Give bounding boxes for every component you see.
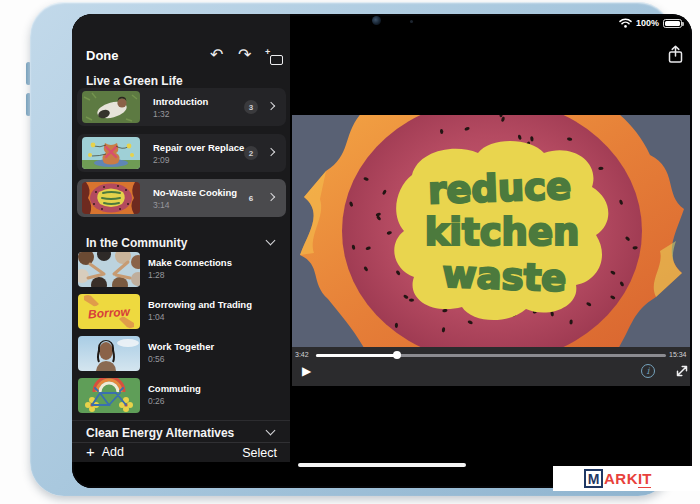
front-camera [372, 16, 381, 25]
battery-icon [663, 19, 682, 28]
section-header-green-life[interactable]: Live a Green Life [86, 74, 183, 88]
lesson-duration: 3:14 [153, 200, 237, 210]
status-bar-right: 100% [619, 18, 682, 28]
lesson-row-repair[interactable]: Repair over Replace 2:09 2 [77, 134, 286, 172]
slide-count-badge: 2 [244, 146, 258, 160]
timeline-scrubber[interactable] [316, 354, 666, 357]
add-button[interactable]: + Add [86, 445, 124, 459]
ipad-device-frame: 9:41 AMTue Oct 18 100% Done ↶ ↷ + [30, 2, 672, 496]
add-slide-icon[interactable]: + [265, 50, 283, 65]
lesson-title: Make Connections [148, 257, 232, 268]
lesson-title: Repair over Replace [153, 142, 244, 153]
screenshot-stage: 9:41 AMTue Oct 18 100% Done ↶ ↷ + [0, 0, 700, 504]
lesson-row-commuting[interactable]: Commuting 0:26 [78, 378, 284, 413]
lesson-row-no-waste-cooking[interactable]: No-Waste Cooking 3:14 6 [77, 179, 286, 217]
lesson-duration: 0:26 [148, 396, 201, 406]
svg-text:Borrow: Borrow [87, 305, 131, 322]
lesson-duration: 2:09 [153, 155, 244, 165]
lesson-thumbnail-connections [78, 252, 140, 287]
home-indicator[interactable] [298, 463, 466, 467]
battery-percent: 100% [636, 18, 659, 28]
watermark-m-box: M [584, 469, 603, 488]
plus-icon: + [86, 446, 95, 458]
chevron-right-icon [267, 102, 275, 110]
lesson-duration: 1:28 [148, 270, 232, 280]
section-header-clean-energy[interactable]: Clean Energy Alternatives [86, 426, 234, 440]
lesson-thumbnail-commuting [78, 378, 140, 413]
lesson-row-make-connections[interactable]: Make Connections 1:28 [78, 252, 284, 287]
lesson-title: Introduction [153, 96, 208, 107]
divider [72, 420, 290, 421]
artwork-line-3: waste [442, 253, 567, 300]
redo-icon[interactable]: ↷ [238, 47, 251, 63]
lesson-thumbnail-borrow: Borrow [78, 294, 140, 329]
scrubber-knob[interactable] [393, 351, 401, 359]
wifi-icon [619, 18, 632, 28]
slide-count-badge: 6 [244, 191, 258, 205]
share-icon[interactable] [667, 45, 684, 68]
select-button[interactable]: Select [242, 446, 277, 460]
lesson-duration: 1:32 [153, 109, 208, 119]
lesson-title: Commuting [148, 383, 201, 394]
lesson-thumbnail-repair [82, 137, 140, 169]
lesson-thumbnail-introduction [82, 91, 140, 123]
artwork-line-1: reduce [427, 165, 572, 213]
done-button[interactable]: Done [86, 48, 119, 63]
lesson-row-work-together[interactable]: Work Together 0:56 [78, 336, 284, 371]
lesson-row-borrowing[interactable]: Borrow Borrowing and Trading 1:04 [78, 294, 284, 329]
artwork-line-2: kitchen [425, 211, 580, 254]
video-canvas[interactable]: reduce kitchen waste [292, 115, 690, 347]
ipad-screen: 9:41 AMTue Oct 18 100% Done ↶ ↷ + [72, 14, 692, 488]
player-controls: 3:42 15:34 ▶ i [292, 347, 690, 386]
total-time: 15:34 [669, 351, 687, 358]
lesson-duration: 1:04 [148, 312, 252, 322]
watermark: M ARK IT [553, 466, 700, 491]
info-icon[interactable]: i [641, 364, 655, 378]
lesson-sidebar: Done ↶ ↷ + Live a Green Life [72, 14, 290, 462]
lesson-duration: 0:56 [148, 354, 214, 364]
lesson-row-introduction[interactable]: Introduction 1:32 3 [77, 88, 286, 126]
section-header-community[interactable]: In the Community [86, 236, 187, 250]
chevron-down-icon[interactable] [266, 426, 276, 436]
lesson-title: No-Waste Cooking [153, 187, 237, 198]
play-button[interactable]: ▶ [302, 364, 311, 378]
lesson-thumbnail-work-together [78, 336, 140, 371]
chevron-right-icon [267, 148, 275, 156]
undo-icon[interactable]: ↶ [210, 47, 223, 63]
lesson-title: Work Together [148, 341, 214, 352]
fullscreen-icon[interactable] [675, 364, 689, 382]
lesson-thumbnail-no-waste [82, 182, 140, 214]
elapsed-time: 3:42 [295, 351, 309, 358]
lesson-title: Borrowing and Trading [148, 299, 252, 310]
ambient-sensor [410, 20, 413, 23]
chevron-right-icon [267, 193, 275, 201]
chevron-down-icon[interactable] [266, 236, 276, 246]
slide-count-badge: 3 [244, 100, 258, 114]
divider [72, 442, 290, 443]
reduce-kitchen-waste-artwork: reduce kitchen waste [292, 115, 690, 347]
